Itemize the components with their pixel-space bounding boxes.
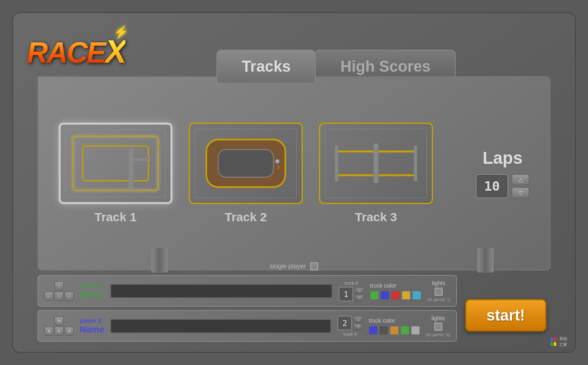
- p1-truck-up[interactable]: △: [355, 287, 364, 294]
- lightning-icon: ⚡: [114, 25, 129, 39]
- win-q4: [554, 342, 556, 346]
- p2-truck-down[interactable]: ▽: [354, 323, 363, 330]
- windows-text: 系统之家: [559, 336, 571, 347]
- track-2-svg: ?: [190, 124, 302, 203]
- tab-tracks[interactable]: Tracks: [216, 50, 316, 83]
- player-2-panel: w a s d player 2 Name 2 △ ▽: [37, 310, 457, 342]
- p2-truck-num-control: 2 △ ▽: [337, 316, 363, 330]
- p2-color-section: truck color: [369, 317, 420, 335]
- p2-lights-label: lights: [431, 315, 445, 321]
- p2-truck-num-section: 2 △ ▽ truck #: [337, 316, 363, 336]
- single-player-row: single player: [13, 262, 575, 270]
- p1-truck-num-section: truck # 1 △ ▽: [339, 281, 364, 301]
- p1-color-section: truck color: [370, 282, 421, 300]
- svg-point-7: [275, 159, 280, 164]
- p1-lights-label: lights: [432, 280, 446, 286]
- p1-color-swatches: [370, 291, 421, 300]
- windows-logo: 系统之家: [551, 336, 571, 348]
- p1-truck-arrows: △ ▽: [355, 287, 364, 301]
- p2-color-orange[interactable]: [390, 326, 399, 335]
- single-player-label: single player: [270, 263, 306, 270]
- laps-title: Laps: [483, 148, 522, 168]
- p1-truck-num-control: 1 △ ▽: [339, 287, 364, 301]
- track-1-item[interactable]: Track 1: [59, 123, 173, 224]
- p2-color-green[interactable]: [400, 326, 409, 335]
- p1-key-left: ←: [44, 292, 53, 301]
- p1-key-controls: ↑ ← ↓ →: [44, 281, 74, 301]
- p1-player-label: player 1: [80, 282, 101, 289]
- p1-color-title: truck color: [370, 282, 421, 289]
- laps-control: 10 △ ▽: [476, 174, 529, 198]
- p2-lights-checkbox[interactable]: [434, 323, 442, 331]
- track-2-label: Track 2: [225, 210, 267, 224]
- p1-name-sub: Name: [80, 289, 104, 300]
- p1-color-yellow[interactable]: [402, 291, 411, 300]
- p2-name-input[interactable]: [110, 319, 331, 333]
- win-q3: [551, 342, 553, 346]
- p2-truck-up[interactable]: △: [354, 316, 363, 323]
- p1-key-right: →: [65, 292, 74, 301]
- track-3-label: Track 3: [355, 210, 397, 224]
- players-panel: ↑ ← ↓ → player 1 Name truck # 1 △: [37, 275, 457, 342]
- logo-text: RACEX: [27, 36, 125, 69]
- p1-truck-num-display: 1: [339, 287, 353, 301]
- start-button[interactable]: start!: [465, 299, 546, 332]
- start-button-label: start!: [486, 307, 525, 324]
- tab-high-scores-label: High Scores: [340, 58, 431, 75]
- p2-player-label: player 2: [80, 317, 101, 324]
- main-panel: Track 1 ? Track 2: [37, 76, 551, 270]
- tab-tracks-label: Tracks: [242, 58, 291, 75]
- main-container: RACEX ⚡ Tracks High Scores: [12, 12, 576, 353]
- windows-icon: [551, 338, 556, 346]
- p2-color-gray[interactable]: [411, 326, 420, 335]
- logo-area: RACEX ⚡: [25, 19, 127, 84]
- laps-up-arrow[interactable]: △: [511, 174, 529, 185]
- svg-rect-1: [83, 146, 149, 181]
- p1-key-down: ↓: [55, 292, 63, 301]
- p2-lights-section: lights (in game: q): [426, 315, 450, 337]
- p2-truck-num-label: truck #: [343, 332, 357, 336]
- win-q1: [551, 338, 553, 341]
- p2-key-d: d: [65, 327, 74, 336]
- p1-color-blue[interactable]: [380, 291, 389, 300]
- track-2-item[interactable]: ? Track 2: [189, 123, 303, 224]
- p1-key-up: ↑: [55, 281, 63, 290]
- start-button-section: start!: [461, 287, 551, 344]
- track-1-thumbnail[interactable]: [59, 123, 173, 204]
- p1-color-red[interactable]: [391, 291, 400, 300]
- p1-name-area: player 1 Name: [80, 282, 104, 300]
- p1-color-green[interactable]: [370, 291, 379, 300]
- p2-key-s: s: [55, 327, 63, 336]
- player-1-panel: ↑ ← ↓ → player 1 Name truck # 1 △: [37, 275, 457, 307]
- p2-truck-num-display: 2: [337, 316, 352, 330]
- track-1-svg: [61, 125, 170, 202]
- p2-key-a: a: [44, 327, 53, 336]
- p2-name-sub: Name: [80, 324, 104, 335]
- tracks-container: Track 1 ? Track 2: [50, 89, 538, 257]
- svg-rect-6: [218, 150, 273, 177]
- svg-rect-4: [73, 136, 158, 191]
- p2-color-blue[interactable]: [369, 326, 378, 335]
- win-q2: [554, 338, 556, 341]
- p1-name-input[interactable]: [110, 284, 332, 298]
- track-3-item[interactable]: Track 3: [319, 123, 433, 224]
- track-2-thumbnail[interactable]: ?: [189, 123, 303, 204]
- laps-display: 10: [476, 174, 508, 198]
- track-1-label: Track 1: [94, 210, 136, 224]
- p1-lights-note: (in game: \): [427, 297, 450, 302]
- p1-truck-down[interactable]: ▽: [355, 295, 364, 301]
- p2-truck-arrows: △ ▽: [354, 316, 363, 330]
- p1-truck-num-label: truck #: [345, 281, 358, 286]
- svg-rect-0: [73, 136, 158, 191]
- laps-arrows: △ ▽: [511, 174, 529, 198]
- track-3-svg: [320, 124, 432, 203]
- svg-text:?: ?: [277, 165, 280, 171]
- p2-key-controls: w a s d: [44, 317, 74, 336]
- p1-lights-checkbox[interactable]: [435, 288, 443, 296]
- p2-color-dark[interactable]: [379, 326, 388, 335]
- p1-color-cyan[interactable]: [412, 291, 421, 300]
- laps-down-arrow[interactable]: ▽: [511, 187, 529, 198]
- p2-name-area: player 2 Name: [80, 317, 104, 335]
- single-player-checkbox[interactable]: [310, 262, 318, 270]
- track-3-thumbnail[interactable]: [319, 123, 433, 204]
